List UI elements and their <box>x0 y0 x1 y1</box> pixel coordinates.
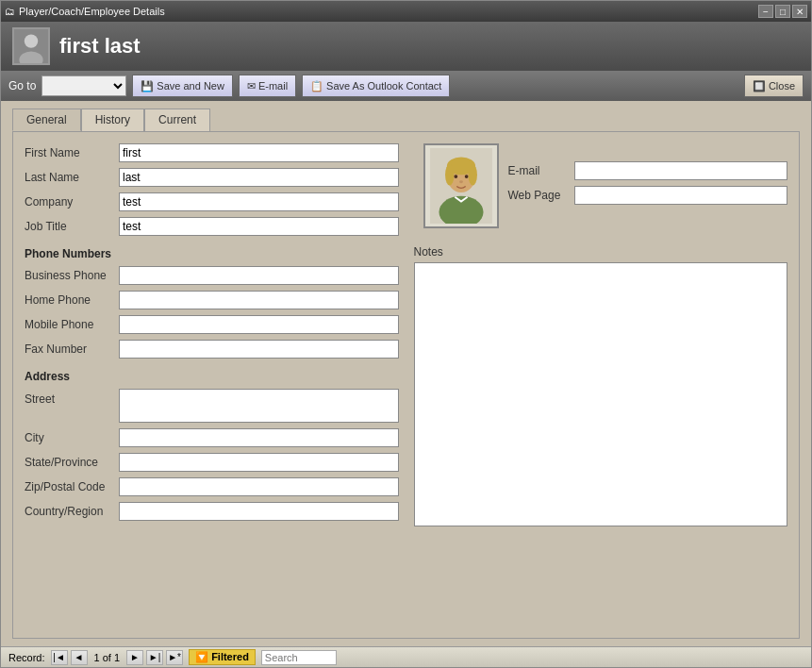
mobile-phone-row: Mobile Phone <box>25 315 399 334</box>
business-phone-label: Business Phone <box>25 269 119 282</box>
content-area: First Name Last Name Company Job Title P… <box>12 131 800 639</box>
fax-number-row: Fax Number <box>25 340 399 359</box>
search-input[interactable] <box>261 650 337 665</box>
save-new-icon: 💾 <box>141 80 154 92</box>
header: first last <box>1 22 811 71</box>
photo-area <box>423 143 499 228</box>
prev-record-button[interactable]: ◄ <box>71 650 88 665</box>
home-phone-row: Home Phone <box>25 291 399 309</box>
svg-point-10 <box>454 175 457 178</box>
country-label: Country/Region <box>25 505 119 518</box>
job-title-row: Job Title <box>25 217 399 236</box>
title-bar-text: Player/Coach/Employee Details <box>19 6 165 17</box>
job-title-input[interactable] <box>119 217 399 236</box>
state-input[interactable] <box>119 453 399 472</box>
first-name-label: First Name <box>25 146 119 159</box>
notes-section: Notes <box>414 245 788 529</box>
tab-general[interactable]: General <box>12 109 81 131</box>
mobile-phone-label: Mobile Phone <box>25 318 119 331</box>
country-row: Country/Region <box>25 502 399 521</box>
home-phone-input[interactable] <box>119 291 399 309</box>
job-title-label: Job Title <box>25 220 119 233</box>
record-info: 1 of 1 <box>91 652 124 663</box>
save-as-outlook-button[interactable]: 📋 Save As Outlook Contact <box>302 75 450 97</box>
outlook-icon: 📋 <box>310 80 323 92</box>
record-label: Record: <box>8 652 45 663</box>
home-phone-label: Home Phone <box>25 293 119 307</box>
new-record-button[interactable]: ►* <box>166 650 183 665</box>
company-label: Company <box>25 195 119 209</box>
web-page-row: Web Page <box>508 186 788 205</box>
contact-fields: E-mail Web Page <box>508 143 788 228</box>
close-button[interactable]: 🔲 Close <box>744 75 804 97</box>
restore-button[interactable]: □ <box>775 5 790 18</box>
svg-point-11 <box>464 175 468 178</box>
address-title: Address <box>25 370 399 383</box>
street-input[interactable] <box>119 389 399 423</box>
header-icon <box>12 27 50 65</box>
svg-point-12 <box>459 180 463 183</box>
zip-label: Zip/Postal Code <box>25 480 119 493</box>
first-record-button[interactable]: |◄ <box>51 650 68 665</box>
web-page-input[interactable] <box>574 186 788 205</box>
phone-numbers-title: Phone Numbers <box>25 247 399 260</box>
email-label: E-mail <box>508 164 574 177</box>
city-label: City <box>25 431 119 444</box>
fax-number-input[interactable] <box>119 340 399 359</box>
save-and-new-button[interactable]: 💾 Save and New <box>132 75 233 97</box>
first-name-input[interactable] <box>119 143 399 162</box>
last-name-label: Last Name <box>25 171 119 184</box>
title-bar: 🗂 Player/Coach/Employee Details − □ ✕ <box>1 1 811 22</box>
svg-point-1 <box>25 34 38 47</box>
notes-label: Notes <box>414 245 788 259</box>
city-input[interactable] <box>119 428 399 447</box>
notes-textarea[interactable] <box>414 262 788 526</box>
city-row: City <box>25 428 399 447</box>
title-bar-icon: 🗂 <box>5 6 15 17</box>
tab-bar: General History Current <box>1 101 811 131</box>
email-icon: ✉ <box>247 80 256 92</box>
svg-rect-5 <box>446 200 476 224</box>
street-row: Street <box>25 389 399 423</box>
toolbar: Go to 💾 Save and New ✉ E-mail 📋 Save As … <box>1 71 811 101</box>
mobile-phone-input[interactable] <box>119 315 399 334</box>
company-row: Company <box>25 192 399 211</box>
close-window-button[interactable]: ✕ <box>792 5 807 18</box>
next-record-button[interactable]: ► <box>126 650 143 665</box>
tab-current[interactable]: Current <box>144 109 210 131</box>
country-input[interactable] <box>119 502 399 521</box>
minimize-button[interactable]: − <box>758 5 773 18</box>
state-row: State/Province <box>25 453 399 472</box>
filtered-badge: 🔽 Filtered <box>189 649 256 665</box>
svg-point-9 <box>468 164 476 186</box>
zip-row: Zip/Postal Code <box>25 477 399 496</box>
last-record-button[interactable]: ►| <box>146 650 163 665</box>
business-phone-row: Business Phone <box>25 266 399 285</box>
street-label: Street <box>25 389 119 406</box>
goto-label: Go to <box>8 79 36 92</box>
status-bar: Record: |◄ ◄ 1 of 1 ► ►| ►* 🔽 Filtered <box>1 646 811 667</box>
business-phone-input[interactable] <box>119 266 399 285</box>
web-page-label: Web Page <box>508 189 574 202</box>
left-panel: First Name Last Name Company Job Title P… <box>25 143 399 529</box>
company-input[interactable] <box>119 192 399 211</box>
goto-select[interactable] <box>41 75 126 96</box>
header-title: first last <box>59 34 141 58</box>
email-button[interactable]: ✉ E-mail <box>239 75 296 97</box>
first-name-row: First Name <box>25 143 399 162</box>
svg-point-8 <box>445 164 454 186</box>
close-icon: 🔲 <box>753 80 766 92</box>
last-name-row: Last Name <box>25 168 399 187</box>
filter-icon: 🔽 <box>195 651 208 662</box>
zip-input[interactable] <box>119 477 399 496</box>
email-row: E-mail <box>508 161 788 180</box>
record-nav: |◄ ◄ 1 of 1 ► ►| ►* <box>51 650 184 665</box>
state-label: State/Province <box>25 456 119 469</box>
email-input[interactable] <box>574 161 788 180</box>
last-name-input[interactable] <box>119 168 399 187</box>
right-panel: E-mail Web Page Notes <box>414 143 788 529</box>
tab-history[interactable]: History <box>81 109 144 131</box>
fax-number-label: Fax Number <box>25 342 119 356</box>
